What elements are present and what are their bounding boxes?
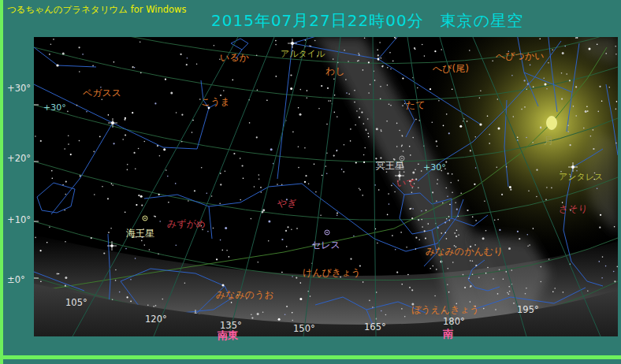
azimuth-label: 120° [145, 314, 167, 325]
sky-chart[interactable]: 105°120°135°150°165°180°195°ペガススこうまいるかアル… [34, 37, 618, 336]
window-border-bottom [0, 355, 621, 359]
sky-label: 月 [544, 135, 554, 147]
moon [547, 117, 557, 130]
bright-star [56, 64, 58, 66]
direction-label: 南東 [218, 329, 238, 343]
bright-star [545, 84, 547, 86]
altitude-margin-label: +30° [7, 83, 34, 94]
app-title: つるちゃんのプラネタリウム for Windows [7, 4, 186, 16]
sky-label: けんびきょう [303, 267, 361, 278]
bright-star [377, 58, 380, 61]
azimuth-label: 195° [517, 304, 539, 315]
sky-label: へびつかい [496, 50, 544, 61]
sky-chart-canvas: 105°120°135°150°165°180°195°ペガススこうまいるかアル… [34, 37, 618, 336]
bright-star [589, 48, 591, 50]
sky-label: たて [406, 99, 426, 110]
bright-star [479, 123, 482, 125]
sky-label: みなみのうお [216, 289, 274, 300]
sky-label: いるか [220, 52, 250, 63]
sky-label: +30° [423, 162, 446, 173]
sky-label: へび(尾) [433, 63, 469, 74]
sky-label: さそり [559, 203, 588, 214]
direction-label: 南 [443, 327, 453, 341]
sky-label: アンタレス [559, 172, 603, 182]
azimuth-label: 150° [293, 323, 315, 334]
azimuth-label: 105° [65, 297, 87, 308]
sky-label: アルタイル [281, 49, 325, 59]
app-window: つるちゃんのプラネタリウム for Windows 2015年07月27日22時… [0, 0, 621, 364]
sky-label: いて [396, 177, 416, 188]
sky-label: +30° [43, 102, 66, 113]
azimuth-label: 180° [443, 316, 465, 327]
sky-label: こうま [201, 96, 230, 107]
window-border-left [0, 0, 3, 364]
bright-star [208, 107, 210, 110]
sky-label: ぼうえんきょう [411, 304, 479, 315]
bright-star [498, 128, 500, 130]
altitude-margin-label: +20° [7, 153, 34, 164]
altitude-margin-label: ±0° [7, 274, 34, 285]
sky-label: ペガスス [83, 87, 121, 98]
bright-star [222, 284, 225, 287]
sky-label: みなみのかんむり [426, 246, 503, 257]
sky-label: やぎ [277, 198, 297, 209]
azimuth-label: 165° [364, 321, 386, 332]
sky-label: 冥王星 [376, 160, 404, 171]
sky-label: みずがめ [167, 218, 206, 229]
sky-label: わし [325, 65, 345, 76]
altitude-margin-label: +10° [7, 214, 34, 225]
chart-datetime-title: 2015年07月27日22時00分 東京の星空 [211, 10, 523, 32]
sky-label: 海王星 [126, 228, 154, 239]
sky-label: セレス [311, 240, 340, 251]
